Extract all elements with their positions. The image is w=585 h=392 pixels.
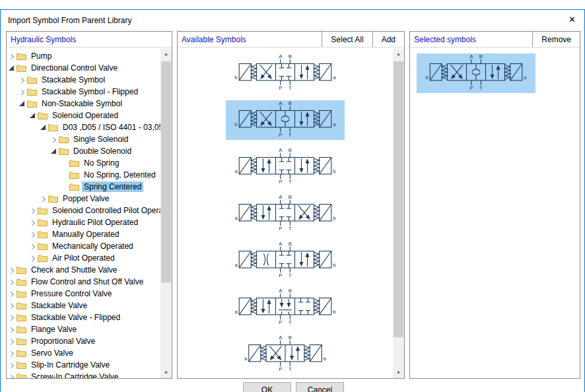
tree-item-label[interactable]: No Spring [82, 158, 121, 168]
tree-item-label[interactable]: Slip-In Cartridge Valve [29, 360, 112, 370]
tree-item[interactable]: Pressure Control Valve [7, 288, 160, 300]
tree-item-label[interactable]: Spring Centered [82, 181, 143, 192]
tree-expander-icon[interactable] [7, 313, 16, 322]
tree-item[interactable]: D03 ,D05 / ISO 4401 - 03,05 Siz [7, 121, 160, 133]
tree-item-label[interactable]: Servo Valve [29, 348, 75, 358]
tree-item[interactable]: Flange Valve [7, 323, 160, 335]
add-button[interactable]: Add [372, 32, 404, 47]
remove-button[interactable]: Remove [532, 32, 580, 47]
symbols-scrollbar-thumb[interactable] [394, 61, 403, 337]
tree-expander-icon[interactable] [17, 75, 26, 84]
scroll-down-icon[interactable]: ▼ [160, 367, 172, 378]
symbol-item[interactable]: ABPTba [417, 53, 535, 93]
tree-expander-icon[interactable] [7, 277, 16, 286]
symbol-item[interactable]: ABPTab [226, 241, 345, 280]
tree-item-label[interactable]: No Spring, Detented [82, 170, 158, 180]
tree-expander-icon[interactable] [28, 206, 37, 215]
tree-expander-icon[interactable] [7, 325, 16, 334]
tree-item[interactable]: Check and Shuttle Valve [7, 264, 160, 276]
tree-expander-icon[interactable] [7, 348, 16, 358]
scroll-down-icon[interactable]: ▼ [393, 367, 404, 378]
tree-item-label[interactable]: Screw-In Cartridge Valve [29, 372, 121, 378]
tree-item-label[interactable]: Mechanically Operated [50, 241, 135, 251]
tree-expander-icon[interactable] [7, 372, 16, 378]
tree-expander-icon[interactable] [59, 182, 69, 191]
scroll-up-icon[interactable]: ▲ [393, 48, 404, 59]
tree-item[interactable]: Double Solenoid [7, 145, 160, 157]
tree-item[interactable]: Stackable Valve - Flipped [7, 311, 160, 323]
symbol-item[interactable]: ABPTba [226, 100, 345, 140]
tree-item-label[interactable]: Manually Operated [50, 229, 121, 240]
tree-item[interactable]: Poppet Valve [7, 193, 160, 205]
tree-item-label[interactable]: Solenoid Controlled Pilot Operated [50, 205, 160, 216]
tree-item-label[interactable]: Pump [29, 51, 53, 61]
tree-item-label[interactable]: Proportional Valve [29, 336, 97, 346]
tree-expander-icon[interactable] [59, 170, 69, 180]
scroll-up-icon[interactable]: ▲ [160, 48, 172, 59]
tree-item-label[interactable]: Directional Control Valve [29, 63, 120, 73]
close-icon[interactable]: ✕ [568, 15, 576, 24]
cancel-button[interactable]: Cancel [296, 382, 344, 392]
tree-expander-icon[interactable] [7, 337, 16, 346]
tree-item[interactable]: Pump [7, 50, 160, 62]
tree-item[interactable]: No Spring, Detented [7, 169, 160, 181]
tree-expander-icon[interactable] [28, 230, 37, 239]
tree-item-label[interactable]: Hydraulic Pilot Operated [50, 217, 140, 228]
tree-item-label[interactable]: Stackable Symbol - Flipped [40, 86, 140, 97]
tree-expander-icon[interactable] [59, 158, 69, 168]
tree-item-label[interactable]: Flange Valve [29, 324, 79, 335]
tree-expander-icon[interactable] [28, 242, 37, 251]
tree-expander-icon[interactable] [17, 87, 26, 96]
symbol-item[interactable]: ABPTab [226, 194, 345, 234]
tree-item[interactable]: Proportional Valve [7, 335, 160, 347]
tree-item-label[interactable]: Air Pilot Operated [50, 253, 117, 263]
tree-item[interactable]: Hydraulic Pilot Operated [7, 216, 160, 228]
select-all-button[interactable]: Select All [322, 32, 372, 47]
tree-item[interactable]: Single Solenoid [7, 133, 160, 145]
tree-item-label[interactable]: Non-Stackable Symbol [40, 98, 124, 109]
tree-expander-icon[interactable] [7, 360, 16, 370]
tree-item-label[interactable]: D03 ,D05 / ISO 4401 - 03,05 Siz [61, 122, 160, 133]
tree-item-label[interactable]: Solenoid Operated [50, 110, 120, 121]
tree-expander-icon[interactable] [7, 301, 16, 310]
tree-expander-icon[interactable] [38, 123, 48, 132]
tree-item[interactable]: Solenoid Operated [7, 110, 160, 121]
tree-expander-icon[interactable] [49, 135, 58, 144]
tree-expander-icon[interactable] [49, 147, 58, 156]
tree-item-label[interactable]: Flow Control and Shut Off Valve [29, 277, 145, 287]
tree-expander-icon[interactable] [7, 63, 16, 73]
tree-item[interactable]: Stackable Symbol - Flipped [7, 86, 160, 98]
tree-item[interactable]: Directional Control Valve [7, 62, 160, 74]
tree-item[interactable]: Spring Centered [7, 181, 160, 193]
tree-item-label[interactable]: Stackable Valve - Flipped [29, 312, 122, 323]
tree-item[interactable]: Air Pilot Operated [7, 252, 160, 264]
tree-expander-icon[interactable] [28, 218, 37, 227]
symbol-item[interactable]: ABPTab [226, 288, 345, 327]
tree-item[interactable]: No Spring [7, 157, 160, 169]
tree-item-label[interactable]: Poppet Valve [61, 193, 112, 204]
tree-item[interactable]: Slip-In Cartridge Valve [7, 359, 160, 371]
tree-item-label[interactable]: Check and Shuttle Valve [29, 265, 120, 275]
tree-item[interactable]: Screw-In Cartridge Valve [7, 371, 160, 378]
tree-item[interactable]: Manually Operated [7, 228, 160, 240]
tree-item[interactable]: Stackable Valve [7, 300, 160, 311]
symbol-item[interactable]: ABPTab [226, 147, 345, 187]
tree-expander-icon[interactable] [17, 99, 26, 108]
tree-expander-icon[interactable] [7, 51, 16, 61]
tree-item-label[interactable]: Double Solenoid [71, 146, 133, 156]
tree-expander-icon[interactable] [28, 111, 37, 120]
tree-item[interactable]: Flow Control and Shut Off Valve [7, 276, 160, 288]
symbols-scrollbar[interactable]: ▲ ▼ [393, 48, 404, 378]
tree-scrollbar[interactable]: ▲ ▼ [160, 48, 172, 378]
tree-expander-icon[interactable] [7, 265, 16, 275]
symbol-item[interactable]: ABPTab [226, 335, 345, 374]
tree-item[interactable]: Solenoid Controlled Pilot Operated [7, 205, 160, 216]
tree-item-label[interactable]: Stackable Valve [29, 300, 89, 311]
ok-button[interactable]: OK [243, 382, 291, 392]
tree-item[interactable]: Mechanically Operated [7, 240, 160, 252]
tree-item[interactable]: Non-Stackable Symbol [7, 98, 160, 110]
tree-expander-icon[interactable] [28, 253, 37, 263]
tree-item-label[interactable]: Pressure Control Valve [29, 288, 114, 299]
tree-item-label[interactable]: Stackable Symbol [40, 75, 107, 85]
symbol-item[interactable]: ABPTba [226, 53, 345, 93]
